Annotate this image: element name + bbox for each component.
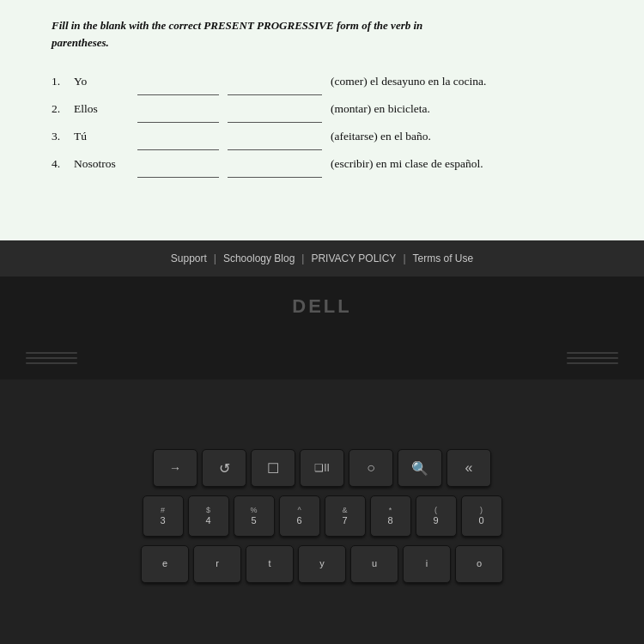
key-7-bottom: 7 <box>342 515 347 526</box>
key-8[interactable]: * 8 <box>370 495 411 537</box>
key-7[interactable]: & 7 <box>325 495 366 537</box>
key-4[interactable]: $ 4 <box>188 495 229 537</box>
content-area: Fill in the blank with the correct PRESE… <box>0 0 644 240</box>
instructions-text: Fill in the blank with the correct PRESE… <box>52 19 422 49</box>
key-0-bottom: 0 <box>478 515 483 526</box>
key-u[interactable]: u <box>350 545 398 583</box>
key-r-label: r <box>216 558 219 569</box>
key-e[interactable]: e <box>141 545 189 583</box>
key-i-label: i <box>426 558 428 569</box>
blank2-2 <box>228 95 322 123</box>
key-arrow[interactable]: → <box>153 449 197 487</box>
key-search[interactable]: 🔍 <box>398 449 442 487</box>
key-windows[interactable]: ❑II <box>300 449 344 487</box>
key-0[interactable]: ) 0 <box>461 495 502 537</box>
exercise-item-3: 3. Tú (afeitarse) en el baño. <box>52 123 618 150</box>
blank1-3 <box>137 123 219 150</box>
subject-1: Yo <box>74 68 134 94</box>
blog-link[interactable]: Schoology Blog <box>223 252 295 264</box>
keyboard-row-1: → ↺ ☐ ❑II ○ 🔍 « <box>17 449 627 487</box>
key-refresh[interactable]: ↺ <box>202 449 246 487</box>
footer-sep-3: | <box>403 252 405 264</box>
support-link[interactable]: Support <box>171 252 207 264</box>
key-3-top: # <box>161 506 165 515</box>
blank1-2 <box>137 95 219 123</box>
vent-line-6 <box>567 362 618 364</box>
key-8-bottom: 8 <box>387 515 392 526</box>
vent-line-1 <box>26 352 77 354</box>
exercise-item-4: 4. Nosotros (escribir) en mi clase de es… <box>52 150 618 178</box>
key-3[interactable]: # 3 <box>143 495 184 537</box>
verb-hint-1: (comer) el desayuno en la cocina. <box>331 68 486 94</box>
item-num-2: 2. <box>52 95 70 122</box>
subject-2: Ellos <box>74 95 134 122</box>
key-circle[interactable]: ○ <box>349 449 393 487</box>
window-symbol: ☐ <box>267 460 279 477</box>
item-num-1: 1. <box>52 68 70 94</box>
key-e-label: e <box>162 558 167 569</box>
keyboard-row-2: # 3 $ 4 % 5 ^ 6 & 7 * 8 <box>17 495 627 537</box>
key-y[interactable]: y <box>298 545 346 583</box>
vent-right <box>567 352 618 364</box>
blank2-1 <box>228 68 322 95</box>
refresh-symbol: ↺ <box>219 460 230 477</box>
arrow-symbol: → <box>169 461 181 475</box>
vent-line-5 <box>567 357 618 359</box>
verb-hint-3: (afeitarse) en el baño. <box>331 123 431 149</box>
subject-3: Tú <box>74 123 134 149</box>
keyboard-section: → ↺ ☐ ❑II ○ 🔍 « # 3 <box>0 380 644 644</box>
key-9-bottom: 9 <box>433 515 438 526</box>
back-symbol: « <box>465 460 473 476</box>
key-8-top: * <box>389 506 392 515</box>
key-5[interactable]: % 5 <box>234 495 275 537</box>
key-4-bottom: 4 <box>205 515 210 526</box>
key-u-label: u <box>372 558 377 569</box>
instructions: Fill in the blank with the correct PRESE… <box>52 17 481 51</box>
key-t[interactable]: t <box>246 545 294 583</box>
key-o-label: o <box>477 558 482 569</box>
key-9[interactable]: ( 9 <box>416 495 457 537</box>
blank2-3 <box>228 123 322 150</box>
key-back[interactable]: « <box>447 449 491 487</box>
dell-logo-area: DELL <box>0 276 644 337</box>
vent-line-4 <box>567 352 618 354</box>
key-window[interactable]: ☐ <box>251 449 295 487</box>
key-6-top: ^ <box>297 506 301 515</box>
footer-bar: Support | Schoology Blog | PRIVACY POLIC… <box>0 240 644 276</box>
exercise-list: 1. Yo (comer) el desayuno en la cocina. … <box>52 68 618 178</box>
vent-line-2 <box>26 357 77 359</box>
item-num-3: 3. <box>52 123 70 149</box>
blank2-4 <box>228 150 322 178</box>
exercise-item-2: 2. Ellos (montar) en bicicleta. <box>52 95 618 123</box>
dell-logo: DELL <box>292 295 351 318</box>
key-y-label: y <box>319 558 325 569</box>
verb-hint-2: (montar) en bicicleta. <box>331 95 430 122</box>
key-0-top: ) <box>480 506 483 515</box>
windows-symbol: ❑II <box>314 462 330 474</box>
laptop-top <box>0 337 644 380</box>
blank1-1 <box>137 68 219 95</box>
vent-left <box>26 352 77 364</box>
key-9-top: ( <box>434 506 437 515</box>
key-t-label: t <box>268 558 270 569</box>
laptop-area: DELL → ↺ ☐ ❑II <box>0 276 644 644</box>
verb-hint-4: (escribir) en mi clase de español. <box>331 150 483 177</box>
privacy-link[interactable]: PRIVACY POLICY <box>311 252 396 264</box>
terms-link[interactable]: Terms of Use <box>413 252 474 264</box>
search-symbol: 🔍 <box>411 460 428 477</box>
subject-4: Nosotros <box>74 150 134 177</box>
keyboard-row-3: e r t y u i o <box>17 545 627 583</box>
key-6[interactable]: ^ 6 <box>279 495 320 537</box>
key-5-top: % <box>250 506 257 515</box>
footer-sep-2: | <box>301 252 304 264</box>
key-3-bottom: 3 <box>160 515 165 526</box>
key-o[interactable]: o <box>455 545 503 583</box>
item-num-4: 4. <box>52 150 70 177</box>
vent-line-3 <box>26 362 77 364</box>
key-7-top: & <box>342 506 347 515</box>
key-6-bottom: 6 <box>296 515 301 526</box>
key-i[interactable]: i <box>403 545 451 583</box>
blank1-4 <box>137 150 219 178</box>
circle-symbol: ○ <box>367 460 375 476</box>
key-r[interactable]: r <box>193 545 241 583</box>
